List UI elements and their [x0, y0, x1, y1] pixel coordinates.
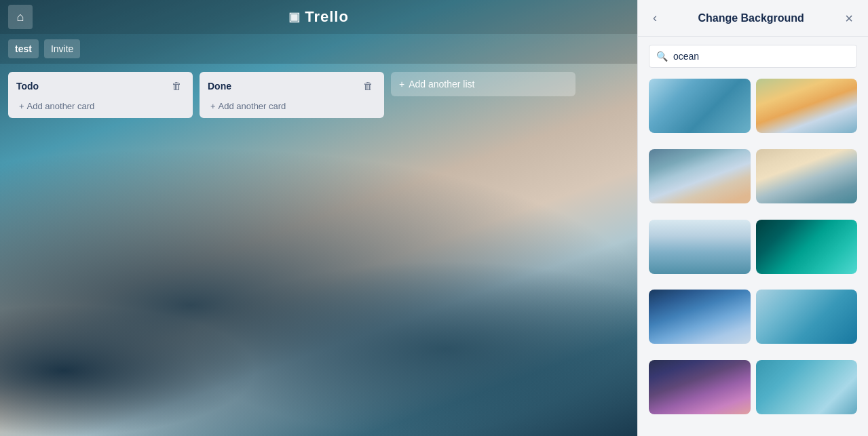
add-list-icon: +	[399, 79, 404, 90]
background-image-grid	[638, 76, 868, 436]
board-title-button[interactable]: test	[8, 39, 39, 58]
home-button[interactable]: ⌂	[8, 5, 33, 29]
list-done-add-card-button[interactable]: + Add another card	[206, 98, 377, 114]
board-sub-bar: test Invite	[0, 34, 637, 64]
panel-close-button[interactable]: ×	[841, 10, 857, 26]
trello-logo-text: Trello	[305, 8, 349, 26]
add-card-icon-done: +	[210, 101, 216, 111]
list-todo-header: Todo 🗑	[15, 79, 186, 93]
add-card-label: Add another card	[27, 101, 95, 111]
list-done-title: Done	[208, 81, 231, 92]
lists-area: Todo 🗑 + Add another card Done 🗑 + Add a…	[0, 64, 637, 436]
search-icon: 🔍	[656, 51, 668, 62]
add-card-icon: +	[19, 101, 24, 111]
add-card-label-done: Add another card	[219, 101, 286, 111]
search-bar: 🔍	[649, 45, 857, 68]
background-image-9[interactable]	[649, 360, 751, 414]
background-image-8[interactable]	[756, 290, 858, 344]
panel-title: Change Background	[698, 12, 804, 24]
list-todo: Todo 🗑 + Add another card	[8, 72, 193, 118]
list-todo-title: Todo	[16, 81, 39, 92]
board-area: ⌂ ▣ Trello test Invite Todo 🗑 + Add anot…	[0, 0, 637, 436]
panel-back-button[interactable]: ‹	[649, 9, 661, 26]
background-image-10[interactable]	[756, 360, 858, 414]
list-done: Done 🗑 + Add another card	[200, 72, 384, 118]
list-todo-delete-button[interactable]: 🗑	[169, 79, 185, 93]
trello-logo: ▣ Trello	[288, 8, 349, 26]
home-icon: ⌂	[17, 10, 24, 24]
add-list-button[interactable]: + Add another list	[391, 72, 575, 96]
background-image-3[interactable]	[649, 149, 751, 203]
background-image-7[interactable]	[649, 290, 751, 344]
background-image-2[interactable]	[756, 79, 858, 133]
search-input[interactable]	[673, 45, 850, 67]
add-list-label: Add another list	[409, 79, 474, 90]
background-image-6[interactable]	[756, 220, 858, 274]
list-done-header: Done 🗑	[206, 79, 377, 93]
background-image-5[interactable]	[649, 220, 751, 274]
list-todo-add-card-button[interactable]: + Add another card	[15, 98, 186, 114]
top-bar: ⌂ ▣ Trello	[0, 0, 637, 34]
right-panel: ‹ Change Background × 🔍	[637, 0, 868, 436]
invite-button[interactable]: Invite	[44, 39, 80, 58]
background-image-1[interactable]	[649, 79, 751, 133]
list-done-delete-button[interactable]: 🗑	[360, 79, 376, 93]
panel-header: ‹ Change Background ×	[638, 0, 868, 37]
background-image-4[interactable]	[756, 149, 858, 203]
trello-logo-icon: ▣	[288, 9, 301, 24]
